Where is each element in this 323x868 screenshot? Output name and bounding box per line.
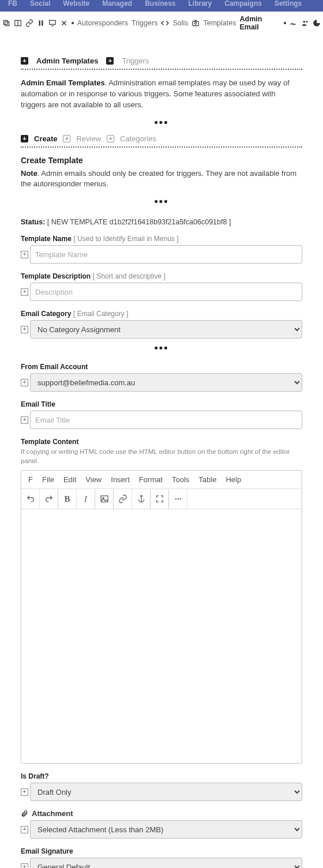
intro-bold: Admin Email Templates <box>21 78 105 87</box>
svg-rect-1 <box>3 20 7 24</box>
pie-chart-icon[interactable] <box>313 19 321 27</box>
image-icon[interactable] <box>95 489 114 509</box>
status-line: Status: [ NEW TEMPLATE d1b2f2f16418b93f2… <box>21 218 302 226</box>
editor-menu-edit[interactable]: Edit <box>63 475 76 484</box>
ellipsis-divider-icon: ••• <box>21 117 302 129</box>
svg-point-16 <box>140 495 142 497</box>
expand-icon[interactable]: + <box>21 245 30 264</box>
page-tabs: + Admin Templates + Triggers <box>21 57 302 65</box>
expand-icon[interactable]: + <box>21 283 30 301</box>
from-email-select[interactable]: support@beliefmedia.com.au <box>30 373 302 392</box>
nav-social[interactable]: Social <box>30 0 50 7</box>
note-text: Note. Admin emails should only be create… <box>21 168 302 190</box>
template-description-input[interactable] <box>30 283 302 301</box>
close-icon[interactable] <box>60 19 68 27</box>
breadcrumb-triggers[interactable]: Triggers <box>132 19 157 27</box>
email-title-input[interactable] <box>30 411 302 429</box>
editor-menu-table[interactable]: Table <box>198 475 216 484</box>
editor-body[interactable] <box>21 509 302 763</box>
email-signature-select[interactable]: General Default <box>30 858 302 868</box>
nav-fb[interactable]: FB <box>8 0 17 7</box>
editor-menu-f[interactable]: F <box>28 475 33 484</box>
more-icon[interactable] <box>169 489 187 509</box>
subtab-create[interactable]: Create <box>34 134 57 143</box>
paperclip-icon <box>21 810 28 817</box>
tab-triggers[interactable]: Triggers <box>122 57 149 65</box>
camera-icon[interactable] <box>191 19 200 27</box>
plus-icon[interactable]: + <box>107 135 114 142</box>
editor-menu-view[interactable]: View <box>85 475 102 484</box>
plus-icon[interactable]: + <box>21 135 28 142</box>
tab-admin-templates[interactable]: Admin Templates <box>36 57 98 65</box>
expand-icon[interactable]: + <box>21 820 30 839</box>
breadcrumb-admin-email[interactable]: Admin Email <box>239 15 280 31</box>
nav-managed[interactable]: Managed <box>102 0 132 7</box>
expand-icon[interactable]: + <box>21 373 30 392</box>
svg-rect-0 <box>5 22 9 26</box>
link-icon[interactable] <box>25 19 33 27</box>
svg-rect-5 <box>42 20 43 25</box>
breadcrumb-autoresponders[interactable]: Autoresponders <box>77 19 128 27</box>
svg-rect-10 <box>193 21 199 26</box>
code-icon[interactable] <box>161 19 169 27</box>
is-draft-select[interactable]: Draft Only <box>30 783 302 801</box>
users-icon[interactable] <box>301 19 309 27</box>
plus-icon[interactable]: + <box>106 57 114 65</box>
editor-menu-format[interactable]: Format <box>139 475 163 484</box>
plus-icon[interactable]: + <box>63 135 70 142</box>
anchor-icon[interactable] <box>132 489 151 509</box>
monitor-icon[interactable] <box>48 19 57 27</box>
template-description-label: Template Description [ Short and descrip… <box>21 272 302 280</box>
editor-menu-help[interactable]: Help <box>226 475 241 484</box>
svg-point-13 <box>306 21 307 22</box>
ellipsis-divider-icon: ••• <box>21 342 302 354</box>
expand-icon[interactable]: + <box>21 783 30 801</box>
nav-campaigns[interactable]: Campaigns <box>224 0 262 7</box>
redo-icon[interactable] <box>40 489 58 509</box>
copy-icon[interactable] <box>2 19 10 27</box>
link-icon[interactable] <box>114 489 132 509</box>
pause-icon[interactable] <box>37 19 45 27</box>
svg-rect-6 <box>50 20 56 24</box>
create-template-heading: Create Template <box>21 156 302 165</box>
attachment-label: Attachment <box>21 809 302 818</box>
signature-icon[interactable] <box>290 19 298 27</box>
nav-business[interactable]: Business <box>145 0 175 7</box>
breadcrumb-row: Autoresponders Triggers Solis Templates … <box>0 12 323 35</box>
template-name-label: Template Name [ Used to Identify Email i… <box>21 234 302 243</box>
note-rest: . Admin emails should only be created fo… <box>21 169 296 189</box>
top-nav: FB Social Website Managed Business Libra… <box>0 0 323 12</box>
svg-point-11 <box>195 22 197 25</box>
ellipsis-divider-icon: ••• <box>21 196 302 208</box>
from-email-label: From Email Account <box>21 362 302 371</box>
email-title-label: Email Title <box>21 400 302 408</box>
editor-menu-file[interactable]: File <box>42 475 54 484</box>
editor-menubar: F File Edit View Insert Format Tools Tab… <box>21 471 302 489</box>
undo-icon[interactable] <box>21 489 40 509</box>
columns-icon[interactable] <box>14 19 22 27</box>
breadcrumb-solis[interactable]: Solis <box>172 19 188 27</box>
editor-menu-insert[interactable]: Insert <box>111 475 130 484</box>
email-category-select[interactable]: No Category Assignment <box>30 320 302 339</box>
plus-icon[interactable]: + <box>21 57 28 65</box>
subtab-review[interactable]: Review <box>76 134 101 143</box>
nav-settings[interactable]: Settings <box>275 0 302 7</box>
expand-icon[interactable]: + <box>21 411 30 429</box>
nav-website[interactable]: Website <box>63 0 89 7</box>
dot-separator-icon <box>72 22 74 24</box>
bold-icon[interactable]: B <box>58 489 77 509</box>
fullscreen-icon[interactable] <box>151 489 169 509</box>
breadcrumb-templates[interactable]: Templates <box>203 19 236 27</box>
svg-rect-4 <box>39 20 40 25</box>
editor-menu-tools[interactable]: Tools <box>172 475 189 484</box>
italic-icon[interactable]: I <box>77 489 95 509</box>
expand-icon[interactable]: + <box>21 858 30 868</box>
svg-rect-14 <box>101 496 108 502</box>
expand-icon[interactable]: + <box>21 320 30 339</box>
nav-library[interactable]: Library <box>189 0 212 7</box>
attachment-select[interactable]: Selected Attachment (Less than 2MB) <box>30 820 302 839</box>
subtab-categories[interactable]: Categories <box>120 134 156 143</box>
template-name-input[interactable] <box>30 245 302 264</box>
sub-tabs: + Create + Review + Categories <box>21 134 302 143</box>
template-content-hint: If copying or writing HTML code use the … <box>21 448 302 465</box>
